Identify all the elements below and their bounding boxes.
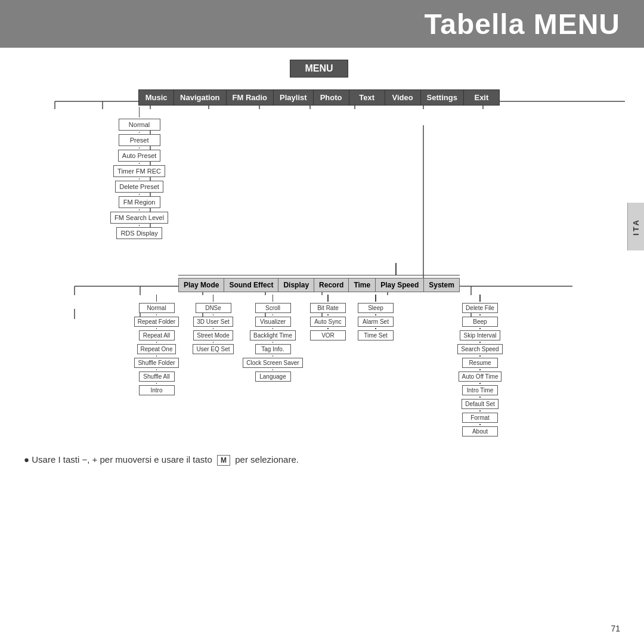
fm-rds-display: RDS Display	[116, 227, 162, 239]
settings-section: Play Mode Sound Effect Display Record Ti…	[18, 263, 620, 436]
fm-search-level: FM Search Level	[110, 212, 168, 224]
sys-intro-time: Intro Time	[462, 385, 498, 395]
sys-search-speed: Search Speed	[457, 344, 502, 354]
time-alarm: Alarm Set	[358, 317, 394, 327]
disp-language: Language	[255, 371, 291, 382]
pm-repeat-one: Repeat One	[137, 344, 177, 354]
sys-default-set: Default Set	[462, 399, 498, 409]
disp-backlight: Backlight Time	[250, 330, 296, 340]
sub-sound-effect: Sound Effect	[224, 278, 278, 292]
se-street: Street Mode	[193, 330, 233, 340]
fm-preset: Preset	[119, 134, 160, 146]
nav-playlist: Playlist	[274, 89, 314, 106]
pm-shuffle-all: Shuffle All	[139, 371, 175, 382]
sub-display: Display	[278, 278, 314, 292]
se-user-eq: User EQ Set	[193, 344, 233, 354]
nav-fm-radio: FM Radio	[227, 89, 274, 106]
sys-auto-off: Auto Off Time	[459, 371, 502, 382]
sub-record: Record	[314, 278, 349, 292]
main-content: MENU	[0, 48, 644, 476]
fm-timer-rec: Timer FM REC	[113, 165, 165, 177]
sub-play-speed: Play Speed	[376, 278, 424, 292]
pm-repeat-folder: Repeat Folder	[134, 317, 179, 327]
m-button-label: M	[217, 455, 230, 466]
fm-radio-submenu: Normal Preset Auto Preset Timer FM REC D…	[110, 107, 168, 239]
page-number: 71	[611, 624, 620, 633]
disp-tag-info: Tag Info.	[255, 344, 291, 354]
col-display: Scroll Visualizer Backlight Time Tag Inf…	[242, 295, 304, 382]
bottom-note-suffix: per selezionare.	[233, 454, 299, 465]
sub-play-mode: Play Mode	[178, 278, 224, 292]
menu-root-container: MENU	[18, 60, 620, 78]
bottom-note-text: Usare I tasti −, + per muoversi e usare …	[32, 454, 215, 465]
disp-visualizer: Visualizer	[255, 317, 291, 327]
nav-music: Music	[138, 89, 174, 106]
nav-exit: Exit	[464, 89, 500, 106]
nav-settings: Settings	[421, 89, 464, 106]
rec-bit-rate: Bit Rate	[310, 303, 346, 313]
nav-text: Text	[349, 89, 385, 106]
sub-time: Time	[349, 278, 376, 292]
diagram-container: Music Navigation FM Radio Playlist Photo…	[18, 89, 620, 436]
fm-auto-preset: Auto Preset	[118, 150, 160, 162]
sys-delete-file: Delete File	[462, 303, 498, 313]
nav-photo: Photo	[314, 89, 349, 106]
time-sleep: Sleep	[358, 303, 394, 313]
settings-columns: Normal Repeat Folder Repeat All Repeat O…	[18, 295, 620, 436]
pm-repeat-all: Repeat All	[139, 330, 175, 340]
col-record: Bit Rate Auto Sync VOR	[304, 295, 352, 340]
pm-intro: Intro	[139, 385, 175, 395]
sys-about: About	[462, 426, 498, 436]
fm-region: FM Region	[119, 196, 160, 208]
settings-sub-row: Play Mode Sound Effect Display Record Ti…	[18, 275, 620, 292]
sys-resume: Resume	[462, 358, 498, 368]
sys-skip-interval: Skip Interval	[460, 330, 500, 340]
fm-normal: Normal	[119, 119, 160, 131]
disp-clock-saver: Clock Screen Saver	[243, 358, 302, 368]
pm-shuffle-folder: Shuffle Folder	[134, 358, 178, 368]
col-play-mode: Normal Repeat Folder Repeat All Repeat O…	[128, 295, 185, 395]
se-dnse: DNSe	[196, 303, 231, 313]
nav-row: Music Navigation FM Radio Playlist Photo…	[18, 89, 620, 106]
sub-system: System	[424, 278, 460, 292]
col-sound-effect: DNSe 3D User Set Street Mode User EQ Set	[185, 295, 242, 354]
nav-video: Video	[385, 89, 421, 106]
disp-scroll: Scroll	[255, 303, 291, 313]
bottom-note: ● Usare I tasti −, + per muoversi e usar…	[18, 454, 620, 465]
sys-format: Format	[462, 413, 498, 423]
menu-root-box: MENU	[290, 60, 348, 78]
rec-auto-sync: Auto Sync	[310, 317, 346, 327]
col-system: Delete File Beep Skip Interval Search Sp…	[450, 295, 510, 436]
se-3d-user: 3D User Set	[193, 317, 233, 327]
time-set: Time Set	[358, 330, 394, 340]
sys-beep: Beep	[462, 317, 498, 327]
fm-delete-preset: Delete Preset	[115, 181, 163, 193]
rec-vor: VOR	[310, 330, 346, 340]
page-header: Tabella MENU	[0, 0, 644, 48]
col-time: Sleep Alarm Set Time Set	[352, 295, 400, 340]
pm-normal: Normal	[139, 303, 175, 313]
page-title: Tabella MENU	[425, 8, 621, 41]
nav-navigation: Navigation	[174, 89, 226, 106]
